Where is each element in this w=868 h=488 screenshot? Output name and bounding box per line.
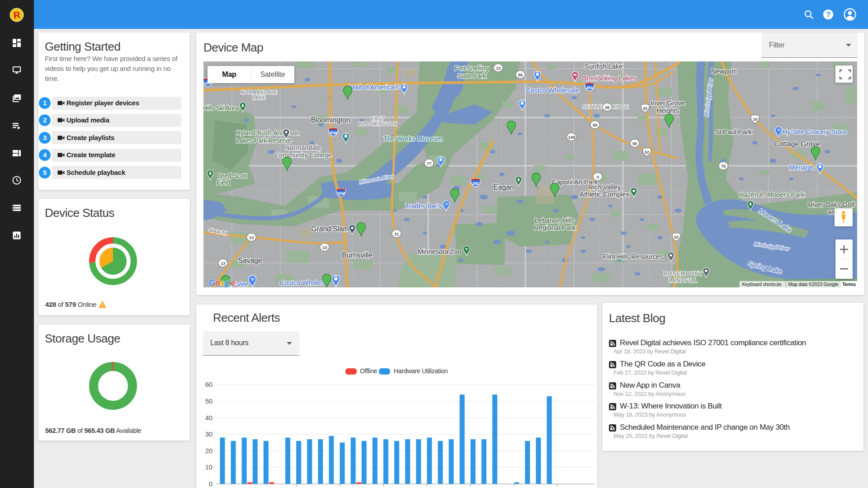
- svg-text:55: 55: [593, 122, 598, 127]
- svg-text:Hills Ski Area: Hills Ski Area: [203, 104, 239, 112]
- svg-text:ROSEMOUNT: ROSEMOUNT: [664, 271, 703, 277]
- svg-text:g: g: [224, 278, 229, 287]
- svg-text:26: 26: [605, 105, 609, 110]
- svg-text:Hazen P. Mooers Park: Hazen P. Mooers Park: [739, 191, 805, 198]
- svg-text:NORMANDALE: NORMANDALE: [241, 90, 278, 95]
- svg-text:BLOOMINGTON: BLOOMINGTON: [359, 122, 397, 127]
- svg-text:State Park: State Park: [457, 72, 486, 80]
- svg-text:The Works Museum: The Works Museum: [383, 135, 443, 142]
- svg-text:LAKE: LAKE: [252, 95, 266, 100]
- svg-text:Burnsville: Burnsville: [342, 251, 373, 259]
- svg-text:Grand Slam: Grand Slam: [311, 225, 349, 233]
- svg-text:13: 13: [221, 261, 225, 266]
- svg-text:Inver Grove: Inver Grove: [651, 99, 685, 107]
- svg-text:Lakes Park Reserve: Lakes Park Reserve: [236, 137, 292, 144]
- svg-text:Lebanon Hills: Lebanon Hills: [535, 216, 575, 224]
- svg-text:Flint Hills Resources: Flint Hills Resources: [603, 253, 663, 260]
- svg-text:30: 30: [205, 430, 212, 438]
- svg-text:Normandale: Normandale: [285, 144, 321, 151]
- svg-text:55: 55: [632, 141, 637, 146]
- svg-text:35W: 35W: [337, 191, 345, 196]
- svg-text:o: o: [215, 278, 220, 287]
- svg-text:River Oaks Golf Co: River Oaks Golf Co: [808, 201, 857, 208]
- svg-text:52: 52: [645, 150, 649, 155]
- svg-text:55: 55: [518, 72, 523, 77]
- svg-text:Omni Viking Lakes: Omni Viking Lakes: [581, 74, 636, 82]
- svg-text:Newport: Newport: [711, 67, 736, 75]
- svg-text:St Paul Park: St Paul Park: [715, 128, 752, 136]
- svg-text:Map: Map: [222, 70, 236, 78]
- svg-text:494: 494: [586, 85, 593, 90]
- svg-text:G: G: [209, 278, 215, 287]
- svg-text:13: 13: [496, 66, 500, 70]
- svg-text:o: o: [220, 278, 225, 287]
- svg-text:Menards: Menards: [789, 164, 815, 171]
- svg-text:Hy-Vee Grocery Store: Hy-Vee Grocery Store: [783, 128, 847, 136]
- svg-text:Bloomington: Bloomington: [311, 116, 350, 124]
- svg-text:Costco Wholes: Costco Wholes: [280, 279, 324, 286]
- svg-text:Heights: Heights: [656, 107, 679, 114]
- svg-text:35E: 35E: [472, 181, 479, 186]
- svg-text:52: 52: [643, 106, 647, 111]
- svg-text:0: 0: [209, 480, 212, 488]
- svg-text:Satellite: Satellite: [260, 70, 285, 78]
- svg-text:Dred Scott: Dred Scott: [218, 172, 247, 179]
- svg-text:Regional Park: Regional Park: [534, 224, 576, 231]
- svg-text:Savage: Savage: [238, 257, 262, 264]
- svg-text:13: 13: [322, 245, 327, 250]
- svg-text:Minnesota Zoo: Minnesota Zoo: [418, 248, 462, 255]
- svg-text:Rich Valley: Rich Valley: [588, 183, 621, 191]
- svg-text:50: 50: [205, 397, 212, 405]
- svg-text:Cottage Grove: Cottage Grove: [774, 140, 820, 148]
- svg-text:52: 52: [674, 235, 679, 239]
- svg-text:77: 77: [427, 161, 431, 166]
- svg-text:60: 60: [205, 380, 212, 388]
- svg-text:11: 11: [394, 231, 399, 236]
- svg-text:149: 149: [568, 135, 575, 140]
- svg-text:Eagan: Eagan: [493, 183, 514, 191]
- svg-text:Mall of America®: Mall of America®: [349, 83, 400, 91]
- svg-text:13: 13: [249, 235, 254, 240]
- svg-text:Trader Joe's: Trader Joe's: [405, 202, 441, 210]
- svg-text:LANDFILL: LANDFILL: [669, 277, 698, 284]
- svg-text:EAST: EAST: [371, 116, 385, 121]
- svg-text:3: 3: [596, 174, 599, 179]
- svg-text:Fort Snelling: Fort Snelling: [454, 65, 489, 72]
- svg-text:Terms: Terms: [842, 282, 856, 287]
- svg-text:35W: 35W: [330, 131, 338, 135]
- svg-text:75: 75: [721, 164, 726, 169]
- svg-text:Map data ©2023 Google: Map data ©2023 Google: [788, 282, 839, 287]
- svg-text:Community College: Community College: [274, 151, 331, 159]
- svg-text:20: 20: [205, 447, 212, 455]
- svg-text:Sunfish Lake: Sunfish Lake: [585, 62, 623, 70]
- svg-text:Hyland-Bush-Anderson: Hyland-Bush-Anderson: [236, 129, 300, 136]
- svg-text:Athletic Complex: Athletic Complex: [580, 190, 629, 198]
- svg-text:Costco Wholesale: Costco Wholesale: [526, 86, 579, 94]
- svg-text:e: e: [231, 278, 236, 287]
- svg-text:Field: Field: [217, 179, 230, 186]
- svg-text:10: 10: [205, 463, 212, 471]
- svg-text:40: 40: [205, 414, 212, 422]
- svg-text:Keyboard shortcuts: Keyboard shortcuts: [742, 282, 782, 287]
- svg-text:10: 10: [753, 117, 757, 122]
